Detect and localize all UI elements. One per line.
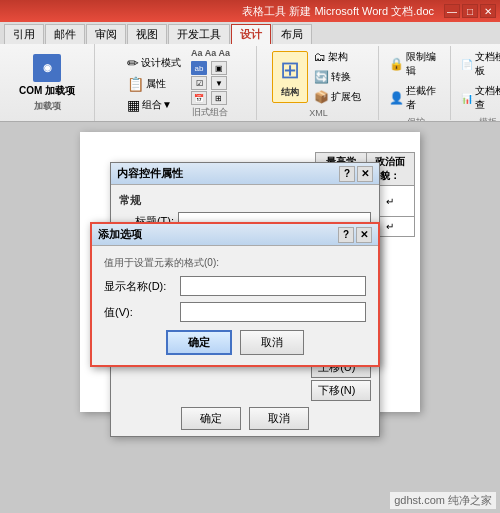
controls-icons: ✏ 设计模式 📋 属性 ▦ 组合▼ Aa Aa Aa ab: [123, 48, 230, 119]
schema-button[interactable]: 🗂 架构: [310, 48, 365, 66]
tab-developer[interactable]: 开发工具: [168, 24, 230, 44]
protect-group-label: 保护: [407, 114, 425, 122]
protect-group: 🔒 限制编辑 👤 拦截作者 保护: [381, 46, 451, 120]
doc-check-button[interactable]: 📊 文档检查: [457, 82, 500, 114]
ctrl-icon-2[interactable]: ▣: [211, 61, 227, 75]
add-options-button-row: 确定 取消: [104, 330, 366, 355]
add-options-title-bar: 添加选项 ? ✕: [92, 224, 378, 246]
add-options-dialog: 添加选项 ? ✕ 值用于设置元素的格式(0): 显示名称(D): 值(V): 确…: [90, 222, 380, 367]
group-button[interactable]: ▦ 组合▼: [123, 95, 185, 115]
ribbon-content: ◉ COM 加载项 加载项 ✏ 设计模式 📋 属性 ▦: [0, 44, 500, 122]
doc-check-icon: 📊: [461, 93, 473, 104]
watermark: gdhst.com 纯净之家: [390, 492, 496, 509]
doc-page: 最高学历： 政治面貌： 选择一项。 ▼ ↵ ↵ 内容控件属性: [80, 132, 420, 412]
ctrl-icon-3[interactable]: ☑: [191, 76, 207, 90]
move-down-button[interactable]: 下移(N): [311, 380, 371, 401]
tab-mail[interactable]: 邮件: [45, 24, 85, 44]
document-area: 最高学历： 政治面貌： 选择一项。 ▼ ↵ ↵ 内容控件属性: [0, 122, 500, 513]
author-button[interactable]: 👤 拦截作者: [385, 82, 446, 114]
com-addin-icon: ◉: [33, 54, 61, 82]
protect-icons: 🔒 限制编辑 👤 拦截作者: [385, 48, 446, 114]
add-options-title-buttons: ? ✕: [338, 227, 372, 243]
display-name-row: 显示名称(D):: [104, 276, 366, 296]
transform-button[interactable]: 🔄 转换: [310, 68, 365, 86]
maximize-button[interactable]: □: [462, 4, 478, 18]
window-close-button[interactable]: ✕: [480, 4, 496, 18]
properties-button[interactable]: 📋 属性: [123, 74, 185, 94]
ribbon-tabs: 引用 邮件 审阅 视图 开发工具 设计 布局: [0, 22, 500, 44]
add-options-hint: 值用于设置元素的格式(0):: [104, 256, 366, 270]
expand-icon: 📦: [314, 90, 329, 104]
schema-icon: 🗂: [314, 50, 326, 64]
display-name-input[interactable]: [180, 276, 366, 296]
transform-icon: 🔄: [314, 70, 329, 84]
add-options-cancel-button[interactable]: 取消: [240, 330, 304, 355]
dialog-title-buttons: ? ✕: [339, 166, 373, 182]
ctrl-icon-5[interactable]: 📅: [191, 91, 207, 105]
xml-icons: ⊞ 结构 🗂 架构 🔄 转换 📦 扩展包: [272, 48, 365, 106]
general-section-label: 常规: [119, 193, 371, 208]
add-options-help-button[interactable]: ?: [338, 227, 354, 243]
display-name-label: 显示名称(D):: [104, 279, 174, 294]
add-options-body: 值用于设置元素的格式(0): 显示名称(D): 值(V): 确定 取消: [92, 246, 378, 365]
title-bar-text: 表格工具 新建 Microsoft Word 文档.doc: [4, 4, 442, 19]
xml-group: ⊞ 结构 🗂 架构 🔄 转换 📦 扩展包: [259, 46, 379, 120]
tab-review[interactable]: 审阅: [86, 24, 126, 44]
ctrl-icon-1[interactable]: ab: [191, 61, 207, 75]
tab-view[interactable]: 视图: [127, 24, 167, 44]
dialog-title-bar: 内容控件属性 ? ✕: [111, 163, 379, 185]
dialog-help-button[interactable]: ?: [339, 166, 355, 182]
add-options-close-button[interactable]: ✕: [356, 227, 372, 243]
template-icons: 📄 文档模板 📊 文档检查: [457, 48, 500, 114]
add-options-title-text: 添加选项: [98, 227, 142, 242]
com-addin-label[interactable]: COM 加载项: [19, 84, 75, 98]
template-group: 📄 文档模板 📊 文档检查 模板: [453, 46, 500, 120]
ctrl-icon-6[interactable]: ⊞: [211, 91, 227, 105]
properties-icon: 📋: [127, 76, 144, 92]
value-row: 值(V):: [104, 302, 366, 322]
xml-group-label: XML: [309, 106, 328, 118]
restrict-button[interactable]: 🔒 限制编辑: [385, 48, 446, 80]
controls-group: ✏ 设计模式 📋 属性 ▦ 组合▼ Aa Aa Aa ab: [97, 46, 257, 120]
legacy-label: 旧式组合: [191, 106, 230, 119]
structure-button[interactable]: ⊞ 结构: [272, 51, 308, 103]
structure-icon: ⊞: [280, 56, 300, 85]
restrict-icon: 🔒: [389, 57, 404, 71]
tab-cite[interactable]: 引用: [4, 24, 44, 44]
design-mode-icon: ✏: [127, 55, 139, 71]
value-label: 值(V):: [104, 305, 174, 320]
expand-button[interactable]: 📦 扩展包: [310, 88, 365, 106]
tab-design[interactable]: 设计: [231, 24, 271, 44]
doc-template-icon: 📄: [461, 59, 473, 70]
dialog-confirm-button[interactable]: 确定: [181, 407, 241, 430]
title-bar: 表格工具 新建 Microsoft Word 文档.doc — □ ✕: [0, 0, 500, 22]
addin-group-label: 加载项: [34, 100, 61, 113]
ctrl-icon-4[interactable]: ▼: [211, 76, 227, 90]
template-group-label: 模板: [479, 114, 497, 122]
minimize-button[interactable]: —: [444, 4, 460, 18]
author-icon: 👤: [389, 91, 404, 105]
dialog-title-text: 内容控件属性: [117, 166, 183, 181]
dialog-close-button[interactable]: ✕: [357, 166, 373, 182]
aa-label: Aa Aa Aa: [191, 48, 230, 58]
add-options-confirm-button[interactable]: 确定: [166, 330, 232, 355]
design-mode-button[interactable]: ✏ 设计模式: [123, 53, 185, 73]
com-addin-group: ◉ COM 加载项 加载项: [0, 44, 95, 122]
doc-template-button[interactable]: 📄 文档模板: [457, 48, 500, 80]
group-icon: ▦: [127, 97, 140, 113]
value-input[interactable]: [180, 302, 366, 322]
dialog-cancel-button[interactable]: 取消: [249, 407, 309, 430]
dialog-action-row: 确定 取消: [119, 407, 371, 430]
ribbon: 引用 邮件 审阅 视图 开发工具 设计 布局 ◉ COM 加载项 加载项 ✏ 设…: [0, 22, 500, 122]
tab-layout[interactable]: 布局: [272, 24, 312, 44]
